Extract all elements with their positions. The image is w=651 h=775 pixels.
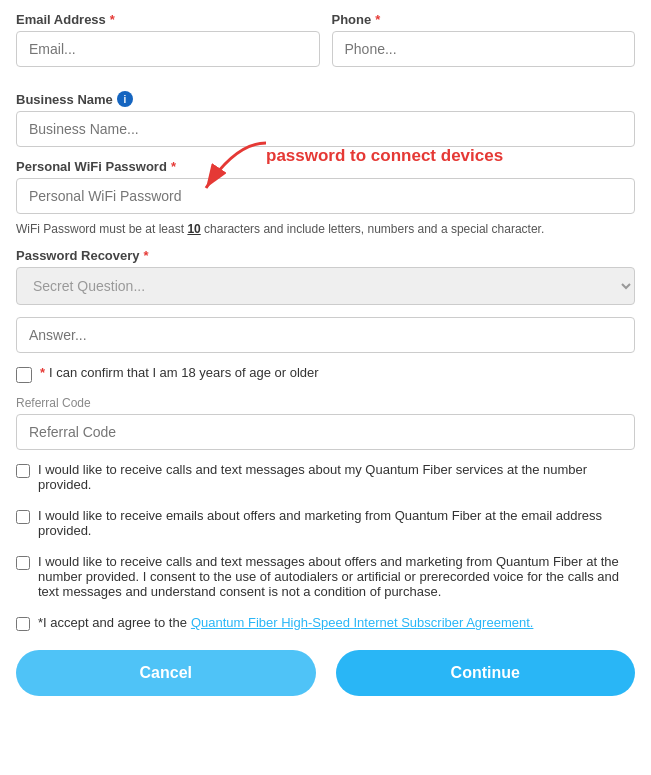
cancel-button[interactable]: Cancel: [16, 650, 316, 696]
email-label: Email Address *: [16, 12, 320, 27]
checkbox1-group: I would like to receive calls and text m…: [16, 462, 635, 496]
checkbox2-group: I would like to receive emails about off…: [16, 508, 635, 542]
continue-button[interactable]: Continue: [336, 650, 636, 696]
referral-code-input[interactable]: [16, 414, 635, 450]
referral-code-label: Referral Code: [16, 396, 635, 410]
checkbox1-label[interactable]: I would like to receive calls and text m…: [38, 462, 635, 492]
password-recovery-required: *: [144, 248, 149, 263]
button-row: Cancel Continue: [16, 650, 635, 696]
age-confirm-checkbox[interactable]: [16, 367, 32, 383]
phone-required: *: [375, 12, 380, 27]
business-name-label: Business Name i: [16, 91, 635, 107]
email-input[interactable]: [16, 31, 320, 67]
checkbox2[interactable]: [16, 510, 30, 524]
checkbox3[interactable]: [16, 556, 30, 570]
phone-input[interactable]: [332, 31, 636, 67]
agree-checkbox[interactable]: [16, 617, 30, 631]
wifi-hint-highlight: 10: [187, 222, 200, 236]
checkbox3-group: I would like to receive calls and text m…: [16, 554, 635, 603]
age-confirm-group: * I can confirm that I am 18 years of ag…: [16, 365, 635, 384]
checkbox3-label[interactable]: I would like to receive calls and text m…: [38, 554, 635, 599]
password-recovery-label: Password Recovery *: [16, 248, 635, 263]
wifi-annotation-text: password to connect devices: [266, 146, 503, 166]
agree-group: *I accept and agree to the Quantum Fiber…: [16, 615, 635, 634]
answer-input[interactable]: [16, 317, 635, 353]
wifi-annotation-container: password to connect devices: [16, 178, 635, 214]
business-name-info-icon[interactable]: i: [117, 91, 133, 107]
checkbox2-label[interactable]: I would like to receive emails about off…: [38, 508, 635, 538]
subscriber-agreement-link[interactable]: Quantum Fiber High-Speed Internet Subscr…: [191, 615, 534, 630]
checkbox1[interactable]: [16, 464, 30, 478]
wifi-password-input[interactable]: [16, 178, 635, 214]
agree-label[interactable]: *I accept and agree to the Quantum Fiber…: [38, 615, 533, 630]
wifi-hint: WiFi Password must be at least 10 charac…: [16, 222, 635, 236]
secret-question-select[interactable]: Secret Question...: [16, 267, 635, 305]
email-required: *: [110, 12, 115, 27]
business-name-input[interactable]: [16, 111, 635, 147]
wifi-password-required: *: [171, 159, 176, 174]
phone-label: Phone *: [332, 12, 636, 27]
age-confirm-label[interactable]: * I can confirm that I am 18 years of ag…: [40, 365, 319, 380]
